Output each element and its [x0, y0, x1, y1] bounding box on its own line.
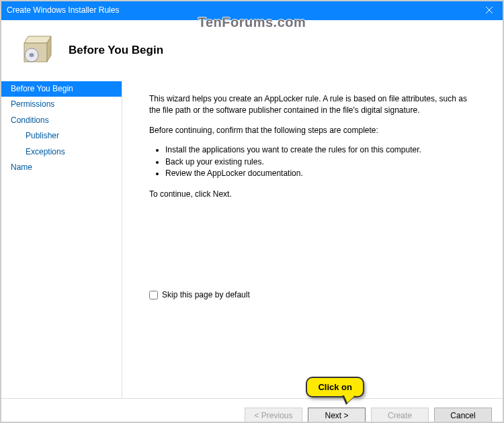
- sidebar-item-before-you-begin[interactable]: Before You Begin: [0, 81, 122, 97]
- previous-button: < Previous: [245, 408, 302, 424]
- annotation-callout: Click on: [306, 377, 364, 397]
- checklist-item: Back up your existing rules.: [165, 156, 477, 168]
- titlebar: Create Windows Installer Rules: [0, 0, 504, 20]
- skip-checkbox-label[interactable]: Skip this page by default: [162, 289, 250, 301]
- skip-row: Skip this page by default: [149, 289, 250, 301]
- svg-rect-8: [29, 56, 34, 56]
- wizard-footer: < Previous Next > Create Cancel: [0, 398, 504, 423]
- wizard-header: Before You Begin: [0, 20, 504, 81]
- create-button: Create: [371, 408, 429, 424]
- annotation-callout-tail-icon: [342, 395, 355, 405]
- wizard-body: Before You Begin Permissions Conditions …: [0, 81, 504, 398]
- window-title: Create Windows Installer Rules: [7, 5, 474, 15]
- window-close-button[interactable]: [474, 0, 504, 20]
- sidebar-item-label: Permissions: [11, 99, 54, 109]
- checklist-item: Review the AppLocker documentation.: [165, 168, 477, 179]
- checklist-intro: Before continuing, confirm that the foll…: [149, 125, 477, 136]
- cancel-button[interactable]: Cancel: [434, 408, 492, 424]
- svg-marker-3: [24, 36, 51, 43]
- sidebar-item-conditions[interactable]: Conditions: [0, 113, 122, 128]
- installer-box-icon: [20, 32, 54, 68]
- sidebar-item-label: Conditions: [11, 115, 49, 125]
- annotation-callout-text: Click on: [318, 382, 352, 392]
- sidebar-item-label: Before You Begin: [11, 84, 73, 93]
- sidebar-item-label: Publisher: [26, 131, 59, 140]
- wizard-steps-sidebar: Before You Begin Permissions Conditions …: [0, 81, 122, 398]
- sidebar-item-label: Name: [11, 162, 32, 172]
- skip-checkbox[interactable]: [149, 291, 158, 299]
- page-title: Before You Begin: [69, 44, 163, 57]
- checklist: Install the applications you want to cre…: [149, 144, 477, 179]
- sidebar-item-label: Exceptions: [26, 147, 65, 156]
- sidebar-item-exceptions[interactable]: Exceptions: [0, 144, 122, 160]
- next-button[interactable]: Next >: [308, 408, 366, 424]
- checklist-item: Install the applications you want to cre…: [165, 144, 477, 156]
- close-icon: [486, 7, 493, 13]
- continue-instruction: To continue, click Next.: [149, 189, 477, 200]
- svg-rect-7: [29, 54, 34, 54]
- svg-point-6: [30, 53, 34, 57]
- sidebar-item-name[interactable]: Name: [0, 160, 122, 175]
- intro-paragraph: This wizard helps you create an AppLocke…: [149, 93, 477, 117]
- sidebar-item-permissions[interactable]: Permissions: [0, 97, 122, 112]
- wizard-main-pane: This wizard helps you create an AppLocke…: [122, 81, 504, 398]
- annotation-callout-bubble: Click on: [306, 377, 364, 397]
- sidebar-item-publisher[interactable]: Publisher: [0, 128, 122, 144]
